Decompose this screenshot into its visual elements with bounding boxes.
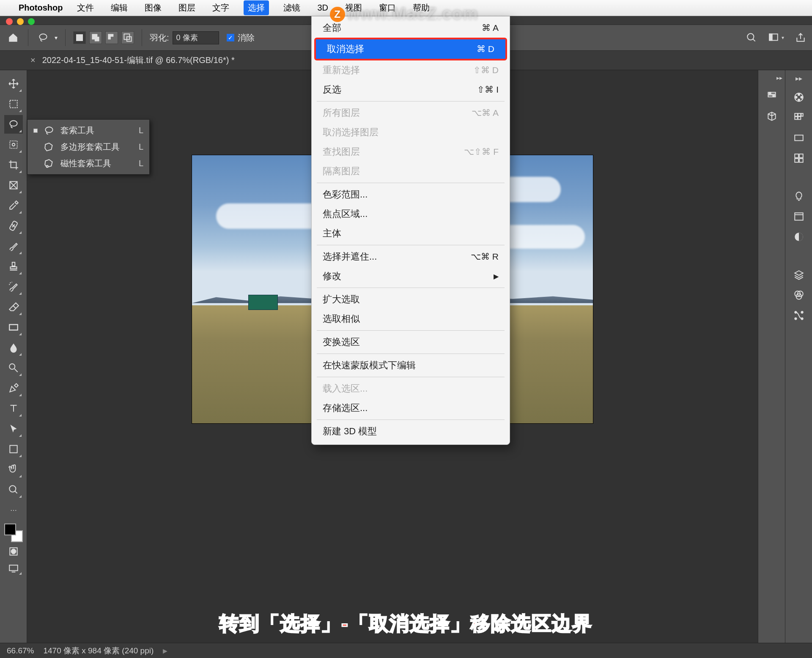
- search-icon[interactable]: [746, 32, 757, 43]
- menu-view[interactable]: 视图: [343, 0, 365, 15]
- doc-info[interactable]: 1470 像素 x 984 像素 (240 ppi): [43, 645, 154, 656]
- feather-input[interactable]: [173, 31, 219, 44]
- sel-mode-subtract[interactable]: [105, 31, 118, 44]
- healing-tool[interactable]: [4, 217, 23, 235]
- menu-item-label: 变换选区: [323, 336, 360, 348]
- menu-separator: [317, 419, 505, 420]
- menu-help[interactable]: 帮助: [410, 0, 432, 15]
- flyout-item-magnetic-lasso[interactable]: 磁性套索工具 L: [27, 155, 149, 172]
- menu-item[interactable]: 选取相似: [312, 309, 510, 329]
- fg-bg-colors[interactable]: [4, 524, 23, 542]
- frame-tool[interactable]: [4, 176, 23, 195]
- lasso-tool[interactable]: [4, 115, 23, 134]
- menu-item: 重新选择⇧⌘ D: [312, 60, 510, 80]
- screen-mode-toggle[interactable]: [4, 561, 23, 576]
- zoom-tool[interactable]: [4, 480, 23, 499]
- menu-item[interactable]: 扩大选取: [312, 290, 510, 309]
- workspace-icon: [768, 32, 779, 43]
- menu-item[interactable]: 主体: [312, 224, 510, 243]
- swatches-panel-icon[interactable]: [793, 112, 804, 123]
- bulb-icon[interactable]: [793, 191, 804, 202]
- sel-mode-new[interactable]: [73, 31, 86, 44]
- workspace-switcher[interactable]: ▾: [768, 32, 784, 43]
- menu-layer[interactable]: 图层: [176, 0, 198, 15]
- libraries-panel-icon[interactable]: [793, 211, 804, 222]
- menu-item[interactable]: 存储选区...: [312, 398, 510, 418]
- menu-image[interactable]: 图像: [142, 0, 164, 15]
- brush-tool[interactable]: [4, 237, 23, 255]
- adjustments-panel-icon[interactable]: [793, 231, 804, 242]
- history-brush-tool[interactable]: [4, 277, 23, 296]
- patterns-panel-icon[interactable]: [793, 153, 804, 164]
- blur-tool[interactable]: [4, 338, 23, 357]
- paths-panel-icon[interactable]: [793, 310, 804, 321]
- menu-3d[interactable]: 3D: [315, 1, 331, 14]
- menu-edit[interactable]: 编辑: [108, 0, 130, 15]
- home-button[interactable]: [6, 30, 20, 45]
- flyout-item-lasso[interactable]: 套索工具 L: [27, 122, 149, 139]
- menu-item[interactable]: 在快速蒙版模式下编辑: [312, 356, 510, 375]
- move-tool[interactable]: [4, 74, 23, 93]
- gradient-tool[interactable]: [4, 318, 23, 337]
- traffic-max[interactable]: [28, 18, 35, 25]
- 3d-icon[interactable]: [766, 111, 777, 122]
- shape-tool[interactable]: [4, 440, 23, 458]
- menu-window[interactable]: 窗口: [376, 0, 398, 15]
- svg-point-25: [47, 165, 48, 167]
- menu-item[interactable]: 取消选择⌘ D: [316, 39, 505, 59]
- svg-point-33: [798, 99, 799, 101]
- highlighted-menu-item[interactable]: 取消选择⌘ D: [314, 38, 507, 60]
- menu-filter[interactable]: 滤镜: [281, 0, 303, 15]
- menu-item-label: 全部: [323, 22, 341, 34]
- properties-icon[interactable]: [766, 90, 777, 101]
- quick-mask-toggle[interactable]: [4, 544, 23, 559]
- marquee-tool[interactable]: [4, 95, 23, 113]
- gradients-panel-icon[interactable]: [793, 132, 804, 143]
- channels-panel-icon[interactable]: [793, 290, 804, 301]
- chevron-down-icon[interactable]: ▾: [55, 34, 58, 41]
- antialias-checkbox[interactable]: ✓ 消除: [227, 32, 255, 44]
- collapse-panels-icon[interactable]: ▸▸: [776, 74, 782, 81]
- menu-type[interactable]: 文字: [210, 0, 232, 15]
- menu-item[interactable]: 全部⌘ A: [312, 18, 510, 38]
- path-select-tool[interactable]: [4, 419, 23, 438]
- quick-select-tool[interactable]: [4, 135, 23, 154]
- close-tab-icon[interactable]: ×: [30, 55, 36, 65]
- menu-item[interactable]: 反选⇧⌘ I: [312, 80, 510, 99]
- menu-select[interactable]: 选择: [244, 0, 269, 15]
- menu-item[interactable]: 焦点区域...: [312, 204, 510, 224]
- flyout-item-poly-lasso[interactable]: 多边形套索工具 L: [27, 139, 149, 155]
- sel-mode-add[interactable]: [89, 31, 102, 44]
- menu-file[interactable]: 文件: [74, 0, 96, 15]
- pen-tool[interactable]: [4, 379, 23, 398]
- menu-item[interactable]: 新建 3D 模型: [312, 422, 510, 441]
- hand-tool[interactable]: [4, 460, 23, 479]
- document-tab-title[interactable]: 2022-04-15_15-40-51-编辑.tif @ 66.7%(RGB/1…: [42, 55, 235, 66]
- layers-panel-icon[interactable]: [793, 269, 804, 280]
- share-icon[interactable]: [795, 32, 806, 43]
- menu-item-label: 存储选区...: [323, 402, 368, 414]
- menu-item: 查找图层⌥⇧⌘ F: [312, 142, 510, 162]
- eraser-tool[interactable]: [4, 298, 23, 316]
- more-tools[interactable]: ⋯: [4, 501, 23, 519]
- color-panel-icon[interactable]: [793, 92, 804, 103]
- collapse-panels-icon[interactable]: ▸▸: [796, 74, 802, 82]
- menu-item[interactable]: 色彩范围...: [312, 185, 510, 204]
- dodge-tool[interactable]: [4, 359, 23, 377]
- chevron-right-icon[interactable]: ▶: [163, 647, 167, 654]
- sel-mode-intersect[interactable]: [121, 31, 134, 44]
- traffic-close[interactable]: [6, 18, 13, 25]
- tutorial-caption: 转到「选择」-「取消选择」移除选区边界: [0, 611, 812, 637]
- crop-tool[interactable]: [4, 156, 23, 174]
- traffic-min[interactable]: [17, 18, 24, 25]
- menu-item[interactable]: 变换选区: [312, 332, 510, 352]
- stamp-tool[interactable]: [4, 257, 23, 276]
- menu-item[interactable]: 选择并遮住...⌥⌘ R: [312, 247, 510, 266]
- app-name[interactable]: Photoshop: [19, 3, 63, 13]
- eyedropper-tool[interactable]: [4, 196, 23, 215]
- svg-rect-10: [10, 100, 17, 107]
- current-tool-indicator[interactable]: [36, 30, 50, 45]
- zoom-level[interactable]: 66.67%: [7, 646, 34, 655]
- menu-item[interactable]: 修改▶: [312, 266, 510, 286]
- type-tool[interactable]: [4, 399, 23, 418]
